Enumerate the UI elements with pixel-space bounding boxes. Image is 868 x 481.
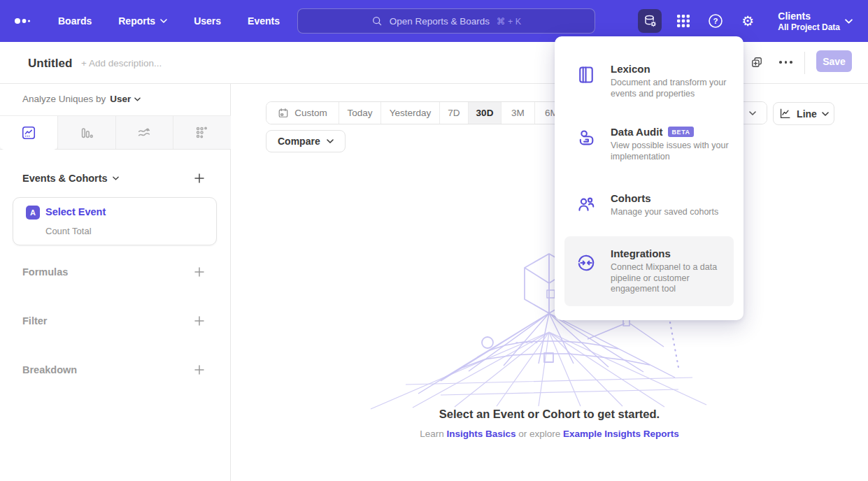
menu-item-lexicon[interactable]: Lexicon Document and transform your even… (564, 56, 734, 106)
tab-bar-chart[interactable] (57, 116, 115, 149)
report-title[interactable]: Untitled (28, 57, 72, 71)
search-shortcut: ⌘ + K (497, 16, 521, 27)
events-cohorts-dropdown[interactable]: Events & Cohorts (22, 173, 119, 184)
date-range-yesterday[interactable]: Yesterday (380, 102, 439, 124)
plus-icon (194, 266, 205, 278)
data-management-menu: Lexicon Document and transform your even… (555, 36, 744, 320)
insights-chart-icon (21, 125, 36, 141)
project-switcher[interactable]: Clients All Project Data (778, 10, 840, 32)
analyze-prefix-label: Analyze Uniques by (22, 94, 106, 104)
add-event-button[interactable] (194, 173, 205, 184)
bar-chart-icon (79, 125, 94, 141)
nav-events-label: Events (248, 15, 280, 27)
navbar-right: ? ⚙ Clients All Project Data (638, 0, 868, 42)
tab-insights-line[interactable] (0, 116, 57, 150)
nav-reports[interactable]: Reports (118, 15, 167, 27)
learn-prefix: Learn (420, 429, 444, 439)
mixpanel-logo[interactable] (14, 13, 38, 29)
save-button[interactable]: Save (816, 50, 852, 72)
add-breakdown-button[interactable] (194, 364, 205, 375)
empty-state-title: Select an Event or Cohort to get started… (231, 408, 868, 421)
header-divider (804, 52, 805, 74)
cohorts-title: Cohorts (611, 192, 651, 204)
chevron-down-icon (845, 19, 853, 24)
gear-icon: ⚙ (741, 14, 754, 28)
add-description-field[interactable]: + Add description... (81, 58, 162, 69)
plus-icon (194, 364, 205, 375)
chart-type-label: Line (797, 108, 817, 120)
apps-grid-button[interactable] (671, 9, 695, 33)
integrations-description: Connect Mixpanel to a data pipeline or c… (611, 262, 731, 295)
metric-dots-icon (194, 125, 210, 141)
nav-reports-label: Reports (118, 15, 155, 27)
date-range-custom[interactable]: Custom (266, 102, 339, 124)
nav-events[interactable]: Events (248, 15, 280, 27)
breakdown-section: Breakdown (22, 364, 205, 375)
nav-boards[interactable]: Boards (58, 15, 92, 27)
flow-chart-icon (136, 125, 152, 141)
chart-type-dropdown[interactable]: Line (773, 102, 834, 125)
global-search-input[interactable]: Open Reports & Boards ⌘ + K (297, 8, 595, 34)
add-formula-button[interactable] (194, 266, 205, 278)
cohorts-people-icon (576, 194, 596, 214)
date-range-7d-label: 7D (448, 108, 460, 118)
help-button[interactable]: ? (704, 9, 727, 33)
plus-icon (194, 315, 205, 326)
breakdown-label: Breakdown (22, 364, 77, 375)
data-management-button[interactable] (638, 9, 662, 33)
duplicate-report-button[interactable] (750, 55, 764, 69)
menu-item-integrations[interactable]: Integrations Connect Mixpanel to a data … (564, 236, 734, 306)
help-icon: ? (707, 13, 724, 29)
org-name: Clients (778, 10, 840, 22)
tab-flow-chart[interactable] (115, 116, 173, 149)
date-range-today[interactable]: Today (339, 102, 380, 124)
search-placeholder: Open Reports & Boards (390, 16, 490, 27)
search-icon (371, 15, 383, 27)
chevron-down-icon (113, 176, 119, 180)
date-range-30d[interactable]: 30D (468, 102, 501, 124)
filter-section: Filter (22, 315, 205, 326)
select-event-label: Select Event (45, 206, 106, 217)
compare-button[interactable]: Compare (266, 130, 346, 152)
date-range-today-label: Today (347, 108, 372, 118)
chevron-down-icon (749, 111, 756, 115)
data-audit-title: Data Audit (611, 126, 662, 138)
mixpanel-logo-icon (14, 15, 35, 27)
nav-users-label: Users (194, 15, 221, 27)
example-reports-link[interactable]: Example Insights Reports (563, 429, 679, 439)
chevron-down-icon (822, 112, 829, 116)
analyze-value-dropdown[interactable]: User (110, 94, 141, 104)
database-gear-icon (642, 13, 657, 29)
date-range-3m[interactable]: 3M (501, 102, 534, 124)
menu-item-cohorts[interactable]: Cohorts Manage your saved cohorts (564, 185, 734, 225)
menu-item-data-audit[interactable]: Data Audit BETA View possible issues wit… (564, 119, 734, 169)
lexicon-title: Lexicon (611, 63, 650, 75)
event-card[interactable]: A Select Event Count Total (13, 197, 217, 245)
count-total-label[interactable]: Count Total (45, 226, 92, 236)
line-chart-icon (778, 107, 792, 120)
settings-button[interactable]: ⚙ (736, 9, 760, 33)
event-letter-badge: A (26, 206, 40, 220)
events-cohorts-label: Events & Cohorts (22, 173, 108, 184)
compare-label: Compare (278, 136, 320, 147)
date-range-30d-label: 30D (476, 108, 494, 118)
add-filter-button[interactable] (194, 315, 205, 326)
nav-users[interactable]: Users (194, 15, 221, 27)
integrations-title: Integrations (611, 247, 671, 259)
plus-icon (194, 173, 205, 184)
grid-icon (675, 13, 692, 29)
insights-basics-link[interactable]: Insights Basics (446, 429, 515, 439)
nav-boards-label: Boards (58, 15, 92, 27)
filter-label: Filter (22, 315, 47, 326)
date-range-7d[interactable]: 7D (439, 102, 468, 124)
more-options-button[interactable] (779, 61, 792, 64)
chevron-down-icon (160, 19, 167, 23)
formulas-label: Formulas (22, 266, 68, 278)
date-range-3m-label: 3M (511, 108, 525, 118)
tab-metric[interactable] (173, 116, 231, 149)
report-canvas: Custom Today Yesterday 7D 30D 3M 6M Comp… (231, 84, 868, 481)
events-cohorts-header: Events & Cohorts (22, 173, 205, 184)
cohorts-description: Manage your saved cohorts (611, 207, 718, 218)
query-sidebar: Analyze Uniques by User (0, 84, 231, 481)
lexicon-description: Document and transform your events and p… (611, 78, 734, 99)
